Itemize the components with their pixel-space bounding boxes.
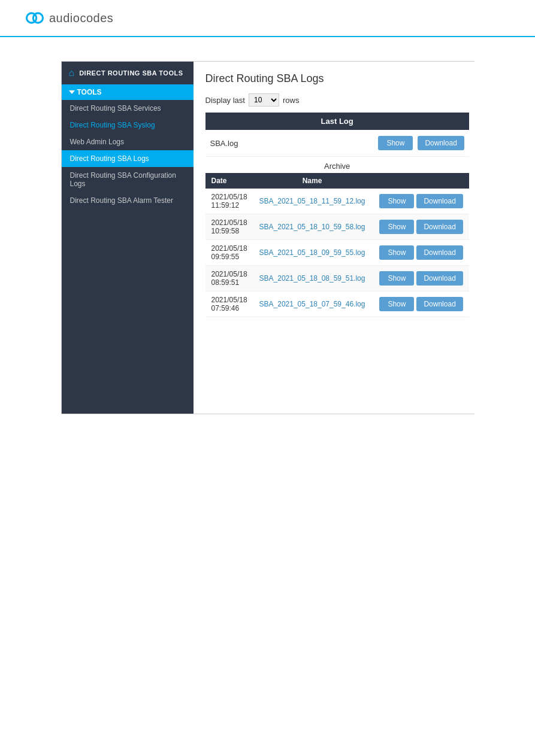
last-log-filename: SBA.log [210, 139, 374, 148]
last-log-download-button[interactable]: Download [418, 136, 464, 150]
archive-label: Archive [205, 157, 469, 173]
archive-show-button-4[interactable]: Show [379, 297, 414, 311]
archive-actions-2: ShowDownload [371, 240, 468, 266]
sidebar-nav: Direct Routing SBA Services Direct Routi… [62, 100, 194, 209]
archive-name-0: SBA_2021_05_18_11_59_12.log [253, 189, 371, 214]
archive-show-button-3[interactable]: Show [379, 271, 414, 286]
archive-show-button-2[interactable]: Show [379, 245, 414, 260]
home-icon: ⌂ [69, 68, 75, 78]
table-row: 2021/05/18 09:59:55SBA_2021_05_18_09_59_… [205, 240, 469, 266]
logo: audiocodes [24, 7, 113, 29]
last-log-show-button[interactable]: Show [378, 136, 413, 150]
sidebar-title: DIRECT ROUTING SBA TOOLS [79, 69, 183, 77]
page-title: Direct Routing SBA Logs [205, 72, 469, 85]
sidebar-item-web-admin-logs[interactable]: Web Admin Logs [62, 133, 194, 150]
table-row: 2021/05/18 11:59:12SBA_2021_05_18_11_59_… [205, 189, 469, 214]
sidebar-header: ⌂ DIRECT ROUTING SBA TOOLS [62, 62, 194, 84]
archive-name-4: SBA_2021_05_18_07_59_46.log [253, 292, 371, 317]
sidebar-item-sba-syslog[interactable]: Direct Routing SBA Syslog [62, 117, 194, 133]
archive-date-1: 2021/05/18 10:59:58 [205, 214, 253, 240]
col-header-date: Date [205, 173, 253, 189]
archive-table: Date Name 2021/05/18 11:59:12SBA_2021_05… [205, 173, 469, 317]
archive-actions-4: ShowDownload [371, 292, 468, 317]
content-panel: Direct Routing SBA Logs Display last 10 … [194, 62, 481, 414]
archive-actions-0: ShowDownload [371, 189, 468, 214]
archive-show-button-1[interactable]: Show [379, 220, 414, 234]
sidebar-item-sba-config-logs[interactable]: Direct Routing SBA Configuration Logs [62, 167, 194, 192]
archive-date-3: 2021/05/18 08:59:51 [205, 266, 253, 292]
sidebar-section-tools: TOOLS [62, 84, 194, 100]
header: audiocodes [0, 0, 535, 37]
table-row: 2021/05/18 08:59:51SBA_2021_05_18_08_59_… [205, 266, 469, 292]
sidebar: ⌂ DIRECT ROUTING SBA TOOLS TOOLS Direct … [62, 62, 194, 414]
archive-name-3: SBA_2021_05_18_08_59_51.log [253, 266, 371, 292]
logo-text: audiocodes [49, 11, 113, 25]
archive-date-0: 2021/05/18 11:59:12 [205, 189, 253, 214]
archive-download-button-4[interactable]: Download [416, 297, 463, 311]
last-log-row: SBA.log Show Download [205, 130, 469, 157]
table-row: 2021/05/18 10:59:58SBA_2021_05_18_10_59_… [205, 214, 469, 240]
audiocodes-logo-icon [24, 7, 46, 29]
sidebar-section-label: TOOLS [77, 88, 102, 96]
archive-download-button-2[interactable]: Download [416, 245, 463, 260]
sidebar-item-sba-logs[interactable]: Direct Routing SBA Logs [62, 150, 194, 167]
archive-actions-1: ShowDownload [371, 214, 468, 240]
archive-show-button-0[interactable]: Show [379, 194, 414, 208]
archive-date-4: 2021/05/18 07:59:46 [205, 292, 253, 317]
table-row: 2021/05/18 07:59:46SBA_2021_05_18_07_59_… [205, 292, 469, 317]
collapse-icon [69, 90, 75, 94]
archive-download-button-0[interactable]: Download [416, 194, 463, 208]
display-last-select[interactable]: 10 25 50 100 [249, 93, 279, 107]
main-area: ⌂ DIRECT ROUTING SBA TOOLS TOOLS Direct … [0, 37, 535, 438]
col-header-actions [371, 173, 468, 189]
svg-point-1 [33, 13, 43, 23]
archive-download-button-3[interactable]: Download [416, 271, 463, 286]
sidebar-item-sba-services[interactable]: Direct Routing SBA Services [62, 100, 194, 117]
rows-label: rows [283, 96, 299, 105]
archive-name-1: SBA_2021_05_18_10_59_58.log [253, 214, 371, 240]
last-log-header: Last Log [205, 113, 469, 130]
archive-date-2: 2021/05/18 09:59:55 [205, 240, 253, 266]
display-last-row: Display last 10 25 50 100 rows [205, 93, 469, 107]
archive-download-button-1[interactable]: Download [416, 220, 463, 234]
archive-actions-3: ShowDownload [371, 266, 468, 292]
display-last-label: Display last [205, 96, 245, 105]
col-header-name: Name [253, 173, 371, 189]
archive-name-2: SBA_2021_05_18_09_59_55.log [253, 240, 371, 266]
app-container: ⌂ DIRECT ROUTING SBA TOOLS TOOLS Direct … [61, 61, 474, 414]
sidebar-item-sba-alarm-tester[interactable]: Direct Routing SBA Alarm Tester [62, 192, 194, 209]
